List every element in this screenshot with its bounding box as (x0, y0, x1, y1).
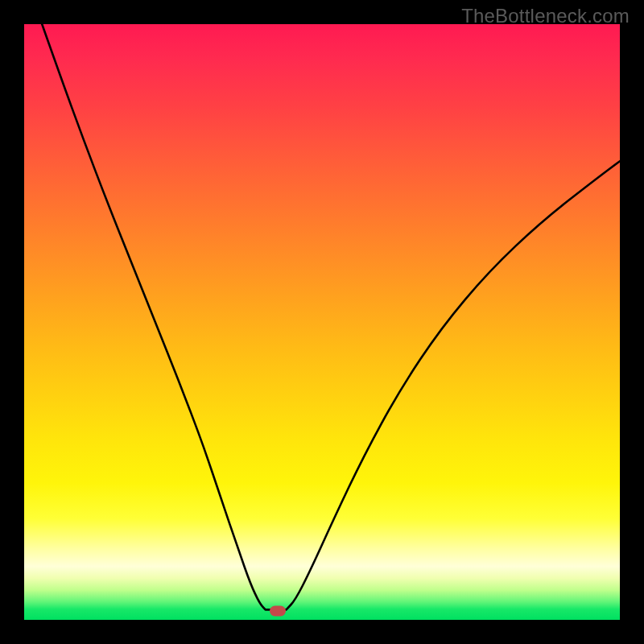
bottleneck-curve (24, 24, 620, 620)
curve-path (42, 24, 620, 609)
watermark-text: TheBottleneck.com (461, 5, 630, 27)
plot-area (24, 24, 620, 620)
optimum-marker (270, 605, 286, 616)
chart-frame: TheBottleneck.com (0, 0, 644, 644)
